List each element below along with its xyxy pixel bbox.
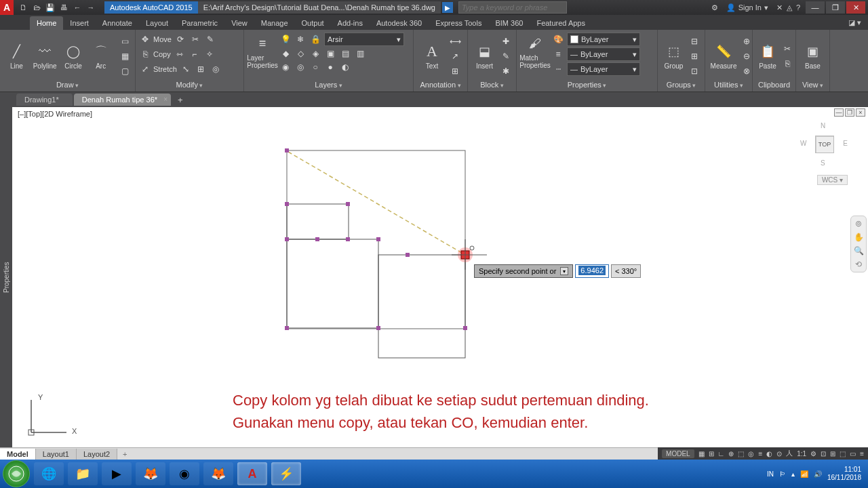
u1-icon[interactable]: ⊕ <box>741 35 753 47</box>
app-logo[interactable]: A <box>0 0 14 15</box>
panel-draw[interactable]: Draw <box>4 79 131 90</box>
tab-insert[interactable]: Insert <box>63 16 96 30</box>
exchange-icon[interactable]: ✕ <box>776 3 783 12</box>
lw2-icon[interactable]: ≡ <box>758 450 762 458</box>
scale-icon[interactable]: 1:1 <box>797 450 806 458</box>
clean-icon[interactable]: ▭ <box>850 450 856 458</box>
region-icon[interactable]: ▢ <box>119 65 131 77</box>
ungroup-icon[interactable]: ⊟ <box>688 35 701 47</box>
panel-modify[interactable]: Modify <box>140 79 239 90</box>
taskbar-autocad[interactable]: A <box>237 462 267 485</box>
status-model[interactable]: MODEL <box>662 449 694 458</box>
ucs-icon[interactable]: Y X <box>22 394 76 443</box>
ribbon-options-icon[interactable]: ◪ ▾ <box>842 16 868 30</box>
dyn-dropdown-icon[interactable]: ▾ <box>560 267 568 275</box>
grid-icon[interactable]: ▦ <box>698 450 705 458</box>
tab-annotate[interactable]: Annotate <box>96 16 139 30</box>
tray-flag-icon[interactable]: 🏳 <box>779 470 786 478</box>
stretch-button[interactable]: ⤢Stretch <box>140 62 177 76</box>
start-button[interactable] <box>3 460 30 487</box>
layout-model[interactable]: Model <box>0 449 36 460</box>
taskbar-chrome[interactable]: ◉ <box>170 462 199 485</box>
array-icon[interactable]: ⊞ <box>195 63 207 75</box>
linetype-combo[interactable]: —ByLayer▾ <box>567 62 640 76</box>
layer-lock-icon[interactable]: 🔒 <box>309 33 321 45</box>
add-tab-button[interactable]: + <box>172 95 189 105</box>
lw-icon[interactable]: ≡ <box>552 48 564 60</box>
polyline-button[interactable]: 〰Polyline <box>32 41 58 71</box>
tab-manage[interactable]: Manage <box>254 16 295 30</box>
tab-output[interactable]: Output <box>295 16 331 30</box>
tray-up-icon[interactable]: ▴ <box>791 470 795 478</box>
l3-icon[interactable]: ◈ <box>309 47 321 60</box>
qat-new-icon[interactable]: 🗋 <box>18 2 28 13</box>
anno-icon[interactable]: 人 <box>786 449 793 458</box>
layerprops-button[interactable]: ≡Layer Properties <box>248 33 277 70</box>
taskbar-media[interactable]: ▶ <box>102 462 132 485</box>
transp-icon[interactable]: ◐ <box>766 450 772 458</box>
dim-icon[interactable]: ⟷ <box>449 35 461 47</box>
color-combo[interactable]: ByLayer▾ <box>567 33 640 46</box>
cut-icon[interactable]: ✂ <box>781 43 793 55</box>
rotate-icon[interactable]: ⟳ <box>174 33 186 45</box>
polar-icon[interactable]: ⊕ <box>728 450 734 458</box>
osnap-icon[interactable]: ◎ <box>748 450 754 458</box>
erase-icon[interactable]: ✎ <box>204 33 216 45</box>
tab-home[interactable]: Home <box>30 16 63 30</box>
scale-icon[interactable]: ⤡ <box>180 63 192 75</box>
lt-icon[interactable]: ┄ <box>552 63 564 75</box>
tray-lang[interactable]: IN <box>767 470 774 478</box>
measure-button[interactable]: 📏Measure <box>709 41 738 71</box>
l6-icon[interactable]: ▥ <box>354 47 366 60</box>
tab-autodesk360[interactable]: Autodesk 360 <box>370 16 429 30</box>
copy2-icon[interactable]: ⎘ <box>781 58 793 70</box>
tab-featuredapps[interactable]: Featured Apps <box>530 16 592 30</box>
taskbar-ie[interactable]: 🌐 <box>34 462 64 485</box>
snap-icon[interactable]: ⊞ <box>709 450 714 458</box>
gsel-icon[interactable]: ⊡ <box>688 65 701 77</box>
l8-icon[interactable]: ◎ <box>294 61 307 73</box>
l5-icon[interactable]: ▤ <box>339 47 351 60</box>
qat-print-icon[interactable]: 🖶 <box>58 2 69 13</box>
color-icon[interactable]: 🎨 <box>552 33 564 45</box>
copy-button[interactable]: ⎘Copy <box>140 47 171 61</box>
leader-icon[interactable]: ↗ <box>449 50 461 62</box>
move-button[interactable]: ✥Move <box>140 33 172 46</box>
title-play-icon[interactable]: ▶ <box>442 2 453 13</box>
paste-button[interactable]: 📋Paste <box>757 41 778 71</box>
cust-icon[interactable]: ≡ <box>860 450 864 458</box>
panel-block[interactable]: Block <box>472 79 512 90</box>
qat-redo-icon[interactable]: → <box>85 2 96 13</box>
panel-view[interactable]: View <box>800 79 825 90</box>
attr-icon[interactable]: ✱ <box>500 65 512 77</box>
tab-bim360[interactable]: BIM 360 <box>488 16 530 30</box>
l7-icon[interactable]: ◉ <box>279 61 292 73</box>
l10-icon[interactable]: ● <box>324 61 336 73</box>
close-button[interactable]: ✕ <box>846 1 865 14</box>
l4-icon[interactable]: ▣ <box>324 47 336 60</box>
layer-bulb-icon[interactable]: 💡 <box>279 33 292 45</box>
tray-vol-icon[interactable]: 🔊 <box>814 470 822 478</box>
offset-icon[interactable]: ◎ <box>210 63 222 75</box>
panel-layers[interactable]: Layers <box>248 79 409 90</box>
panel-properties[interactable]: Properties <box>521 79 653 90</box>
text-button[interactable]: AText <box>418 41 446 71</box>
panel-utilities[interactable]: Utilities <box>709 79 748 90</box>
file-tab-denah[interactable]: Denah Rumah tipe 36*× <box>74 94 171 106</box>
tray-net-icon[interactable]: 📶 <box>800 470 808 478</box>
circle-button[interactable]: ◯Circle <box>61 41 86 71</box>
infocenter-icon[interactable]: ⚙ <box>711 3 718 12</box>
table-icon[interactable]: ⊞ <box>449 65 461 77</box>
a360-icon[interactable]: ◬ <box>787 3 792 12</box>
ws-icon[interactable]: ⚙ <box>810 450 816 458</box>
matchprops-button[interactable]: 🖌Match Properties <box>521 33 549 70</box>
layer-combo[interactable]: Arsir▾ <box>324 33 404 46</box>
tab-parametric[interactable]: Parametric <box>175 16 224 30</box>
u3-icon[interactable]: ⊗ <box>741 65 753 77</box>
edit-icon[interactable]: ✎ <box>500 50 512 62</box>
trim-icon[interactable]: ✂ <box>189 33 201 45</box>
panel-groups[interactable]: Groups <box>662 79 701 90</box>
ortho-icon[interactable]: ∟ <box>718 450 725 458</box>
tab-layout[interactable]: Layout <box>139 16 175 30</box>
minimize-button[interactable]: — <box>806 1 825 14</box>
